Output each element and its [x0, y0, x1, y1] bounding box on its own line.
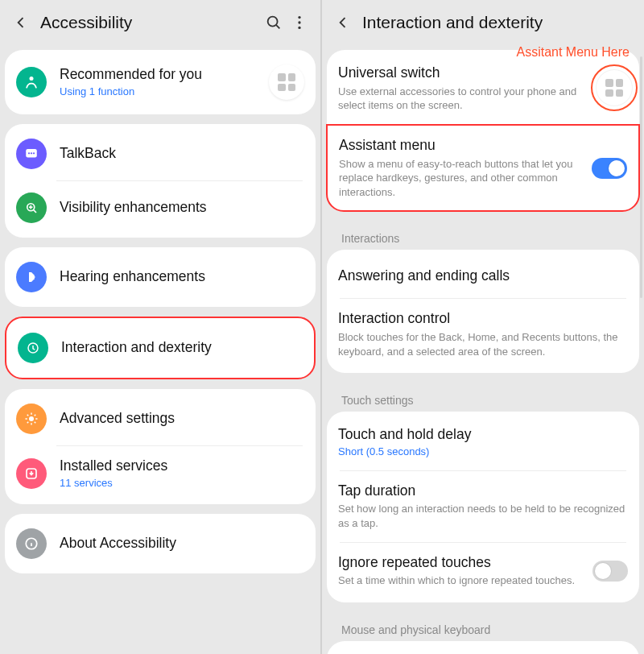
hearing-icon — [16, 262, 47, 292]
svg-point-0 — [268, 17, 278, 27]
right-header: Interaction and dexterity — [322, 0, 644, 45]
list-item-interaction-dexterity[interactable]: Interaction and dexterity — [6, 321, 314, 375]
svg-point-4 — [30, 77, 34, 81]
recommended-card: Recommended for you Using 1 function — [5, 50, 316, 114]
installed-icon — [16, 458, 47, 489]
list-item-assistant-menu[interactable]: Assistant menu Show a menu of easy-to-re… — [326, 124, 640, 213]
left-header: Accessibility — [0, 0, 320, 45]
back-icon[interactable] — [330, 10, 356, 35]
group5-card: About Accessibility — [5, 514, 316, 573]
list-item-tap-duration[interactable]: Tap duration Set how long an interaction… — [327, 471, 639, 542]
top-card: Universal switch Use external accessorie… — [327, 50, 639, 212]
page-title: Accessibility — [40, 13, 261, 32]
list-item-installed[interactable]: Installed services 11 services — [5, 446, 316, 501]
ignore-repeated-toggle[interactable] — [592, 561, 628, 582]
section-header-interactions: Interactions — [327, 221, 639, 250]
back-icon[interactable] — [8, 10, 34, 35]
assistant-menu-toggle[interactable] — [592, 158, 627, 179]
talkback-icon — [16, 139, 47, 169]
list-item-about[interactable]: About Accessibility — [5, 517, 316, 570]
svg-point-2 — [298, 21, 300, 23]
svg-point-1 — [298, 16, 300, 19]
interactions-card: Answering and ending calls Interaction c… — [327, 250, 639, 373]
list-item-touch-hold-delay[interactable]: Touch and hold delay Short (0.5 seconds) — [327, 415, 639, 470]
list-item-interaction-control[interactable]: Interaction control Block touches for th… — [327, 299, 639, 370]
accessibility-pane: Accessibility Recommended for you Using … — [0, 0, 320, 654]
info-icon — [16, 528, 47, 559]
list-item-talkback[interactable]: TalkBack — [5, 127, 316, 180]
recommended-sub: Using 1 function — [60, 85, 269, 98]
list-item-hearing[interactable]: Hearing enhancements — [5, 250, 316, 304]
touch-card: Touch and hold delay Short (0.5 seconds)… — [327, 412, 639, 602]
page-title: Interaction and dexterity — [362, 13, 636, 32]
svg-point-6 — [28, 152, 30, 154]
interaction-dexterity-pane: Interaction and dexterity Assitant Menu … — [320, 0, 644, 654]
recommended-row[interactable]: Recommended for you Using 1 function — [5, 53, 316, 111]
group3-card: Interaction and dexterity — [5, 317, 316, 379]
group1-card: TalkBack Visibility enhancements — [5, 124, 316, 238]
svg-point-11 — [29, 416, 34, 421]
svg-point-8 — [33, 152, 35, 154]
right-content: Universal switch Use external accessorie… — [322, 45, 644, 654]
list-item-visibility[interactable]: Visibility enhancements — [5, 181, 316, 234]
svg-point-3 — [298, 27, 300, 29]
list-item-auto-click[interactable]: Auto click after pointer stops — [327, 644, 639, 654]
person-icon — [16, 67, 47, 97]
grid-icon[interactable] — [269, 64, 304, 100]
section-header-mouse: Mouse and physical keyboard — [327, 612, 639, 641]
scrollbar[interactable] — [639, 56, 642, 459]
search-icon[interactable] — [261, 10, 287, 35]
svg-point-7 — [31, 152, 32, 154]
advanced-icon — [16, 404, 47, 434]
recommended-title: Recommended for you — [60, 66, 269, 84]
more-icon[interactable] — [287, 10, 312, 35]
list-item-ignore-repeated[interactable]: Ignore repeated touches Set a time withi… — [327, 543, 639, 599]
group4-card: Advanced settings Installed services 11 … — [5, 389, 316, 504]
interaction-icon — [18, 333, 48, 363]
list-item-answering-calls[interactable]: Answering and ending calls — [327, 253, 639, 298]
left-content: Recommended for you Using 1 function Tal… — [0, 45, 320, 588]
list-item-advanced[interactable]: Advanced settings — [5, 392, 316, 445]
visibility-icon — [16, 192, 47, 223]
list-item-universal-switch[interactable]: Universal switch Use external accessorie… — [327, 53, 639, 124]
mouse-card: Auto click after pointer stops — [327, 641, 639, 654]
section-header-touch: Touch settings — [327, 383, 639, 412]
group2-card: Hearing enhancements — [5, 247, 316, 307]
